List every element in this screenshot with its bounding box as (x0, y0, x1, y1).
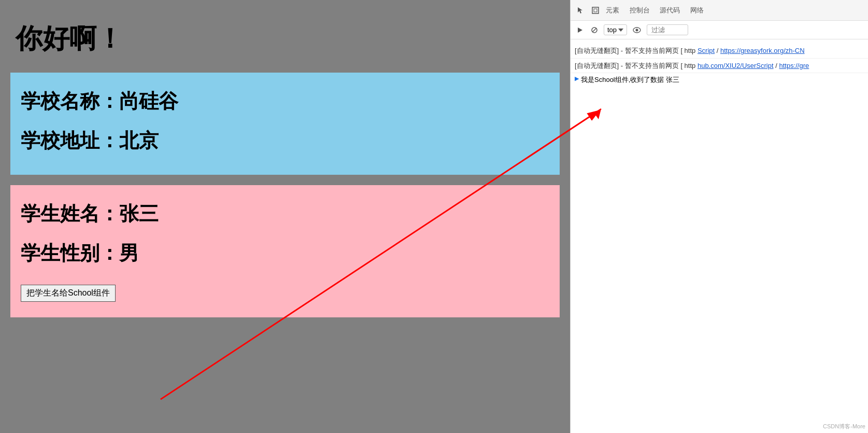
console-log-entry: ▶ 我是School组件,收到了数据 张三 (571, 73, 868, 87)
svg-rect-5 (594, 9, 597, 12)
top-label: top (607, 26, 617, 34)
devtools-toolbar: 元素 控制台 源代码 网络 (571, 0, 868, 21)
console-entry-1-text: [自动无缝翻页] - 暂不支持当前网页 [ http (575, 47, 695, 54)
console-entry-1: [自动无缝翻页] - 暂不支持当前网页 [ http Script / http… (571, 44, 868, 59)
svg-point-10 (636, 29, 638, 31)
student-name-text: 学生姓名：张三 (21, 201, 549, 227)
console-link-1a[interactable]: Script (698, 47, 715, 54)
student-gender-text: 学生性别：男 (21, 240, 549, 267)
context-selector[interactable]: top (604, 24, 627, 35)
tab-sources[interactable]: 源代码 (660, 6, 680, 14)
main-content-panel: 你好啊！ 学校名称：尚硅谷 学校地址：北京 学生姓名：张三 学生性别：男 把学生… (0, 0, 570, 433)
school-name-text: 学校名称：尚硅谷 (21, 88, 549, 115)
cursor-icon[interactable] (575, 4, 587, 17)
school-component: 学校名称：尚硅谷 学校地址：北京 (10, 73, 560, 175)
svg-rect-4 (592, 7, 599, 13)
play-icon[interactable] (575, 25, 585, 35)
school-address-text: 学校地址：北京 (21, 128, 549, 154)
devtools-subtoolbar: top (571, 21, 868, 39)
svg-marker-6 (578, 27, 582, 33)
send-to-school-button[interactable]: 把学生名给School组件 (21, 285, 116, 302)
expand-arrow[interactable]: ▶ (575, 75, 579, 82)
console-log-text: 我是School组件,收到了数据 张三 (581, 75, 679, 85)
watermark-text: CSDN博客-More (823, 423, 865, 430)
devtools-panel: 元素 控制台 源代码 网络 top [自动无缝翻页] - 暂不支持当前网页 [ … (570, 0, 868, 433)
inspect-box-icon[interactable] (589, 4, 602, 17)
tabs-area: 元素 控制台 源代码 网络 (604, 6, 864, 15)
greeting-text: 你好啊！ (10, 10, 560, 73)
console-entry-2: [自动无缝翻页] - 暂不支持当前网页 [ http hub.com/XIU2/… (571, 59, 868, 74)
console-entry-2-text: [自动无缝翻页] - 暂不支持当前网页 [ http (575, 62, 695, 69)
tab-elements[interactable]: 元素 (606, 6, 619, 14)
console-content: [自动无缝翻页] - 暂不支持当前网页 [ http Script / http… (571, 39, 868, 433)
block-icon[interactable] (589, 25, 600, 35)
console-link-1b[interactable]: https://greasyfork.org/zh-CN (720, 47, 805, 54)
tab-console-top[interactable]: 控制台 (630, 6, 650, 14)
tab-network[interactable]: 网络 (690, 6, 704, 14)
eye-icon[interactable] (631, 24, 643, 36)
svg-line-8 (592, 28, 596, 32)
console-link-2b[interactable]: https://gre (779, 62, 809, 69)
filter-input[interactable] (647, 24, 688, 35)
console-link-2a[interactable]: hub.com/XIU2/UserScript (698, 62, 774, 69)
student-component: 学生姓名：张三 学生性别：男 把学生名给School组件 (10, 185, 560, 317)
